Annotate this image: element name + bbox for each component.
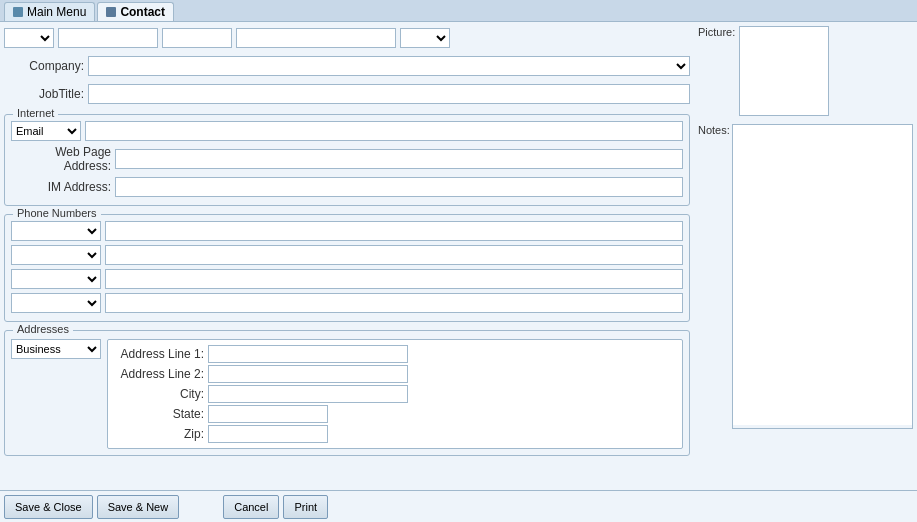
phone-input-3[interactable] [105, 269, 683, 289]
webpage-input[interactable] [115, 149, 683, 169]
addr-zip-label: Zip: [114, 427, 204, 441]
webpage-label: Web Page Address: [11, 145, 111, 173]
picture-area: Picture: [698, 26, 913, 116]
jobtitle-label: JobTitle: [4, 87, 84, 101]
im-row: IM Address: [11, 175, 683, 199]
company-select[interactable] [88, 56, 690, 76]
addr-fields: Address Line 1: Address Line 2: City: [107, 339, 683, 449]
addr-line1-row: Address Line 1: [114, 344, 676, 364]
phone-section: Phone Numbers BusinessHomeMobileFax Busi… [4, 214, 690, 322]
notes-container: Notes: [698, 124, 913, 486]
suffix-select[interactable]: Jr. Sr. II III [400, 28, 450, 48]
internet-section: Internet Email Email 2 Email 3 Web Page … [4, 114, 690, 206]
phone-title: Phone Numbers [13, 207, 101, 219]
phone-type-3[interactable]: BusinessHomeMobileFax [11, 269, 101, 289]
addr-state-input[interactable] [208, 405, 328, 423]
addr-city-input[interactable] [208, 385, 408, 403]
addr-line2-row: Address Line 2: [114, 364, 676, 384]
phone-type-4[interactable]: BusinessHomeMobileFax [11, 293, 101, 313]
jobtitle-row: JobTitle: [4, 82, 690, 106]
tab-main-menu[interactable]: Main Menu [4, 2, 95, 21]
addr-line1-input[interactable] [208, 345, 408, 363]
print-button[interactable]: Print [283, 495, 328, 519]
form-area: Mr. Mrs. Ms. Dr. Jr. Sr. II III Com [0, 22, 917, 522]
addr-city-row: City: [114, 384, 676, 404]
im-input[interactable] [115, 177, 683, 197]
addr-layout: Business Home Other Address Line 1: Addr… [11, 335, 683, 449]
addr-state-row: State: [114, 404, 676, 424]
phone-row-2: BusinessHomeMobileFax [11, 243, 683, 267]
addr-line2-input[interactable] [208, 365, 408, 383]
phone-type-1[interactable]: BusinessHomeMobileFax [11, 221, 101, 241]
salutation-select[interactable]: Mr. Mrs. Ms. Dr. [4, 28, 54, 48]
phone-input-4[interactable] [105, 293, 683, 313]
tab-contact[interactable]: Contact [97, 2, 174, 21]
email-row: Email Email 2 Email 3 [11, 119, 683, 143]
cancel-button[interactable]: Cancel [223, 495, 279, 519]
internet-title: Internet [13, 107, 58, 119]
grid-icon [13, 7, 23, 17]
phone-row-4: BusinessHomeMobileFax [11, 291, 683, 315]
company-row: Company: [4, 54, 690, 78]
phone-row-3: BusinessHomeMobileFax [11, 267, 683, 291]
addr-city-label: City: [114, 387, 204, 401]
notes-border [732, 124, 913, 429]
webpage-row: Web Page Address: [11, 143, 683, 175]
tab-main-menu-label: Main Menu [27, 5, 86, 19]
phone-input-1[interactable] [105, 221, 683, 241]
tab-contact-label: Contact [120, 5, 165, 19]
tabs-bar: Main Menu Contact [0, 0, 917, 22]
company-label: Company: [4, 59, 84, 73]
addr-type-col: Business Home Other [11, 339, 101, 449]
phone-type-2[interactable]: BusinessHomeMobileFax [11, 245, 101, 265]
addresses-title: Addresses [13, 323, 73, 335]
email-input[interactable] [85, 121, 683, 141]
email-type-select[interactable]: Email Email 2 Email 3 [11, 121, 81, 141]
left-panel: Mr. Mrs. Ms. Dr. Jr. Sr. II III Com [4, 26, 690, 486]
save-close-button[interactable]: Save & Close [4, 495, 93, 519]
addr-zip-row: Zip: [114, 424, 676, 444]
name-row: Mr. Mrs. Ms. Dr. Jr. Sr. II III [4, 26, 690, 50]
addr-state-label: State: [114, 407, 204, 421]
picture-box [739, 26, 829, 116]
right-panel: Picture: Notes: [698, 26, 913, 486]
middle-name-input[interactable] [162, 28, 232, 48]
picture-label: Picture: [698, 26, 735, 116]
jobtitle-input[interactable] [88, 84, 690, 104]
first-name-input[interactable] [58, 28, 158, 48]
bottom-bar: Save & Close Save & New Cancel Print [0, 490, 917, 522]
addr-type-select[interactable]: Business Home Other [11, 339, 101, 359]
addresses-section: Addresses Business Home Other Address Li… [4, 330, 690, 456]
contact-icon [106, 7, 116, 17]
notes-textarea[interactable] [733, 125, 912, 425]
im-label: IM Address: [11, 180, 111, 194]
last-name-input[interactable] [236, 28, 396, 48]
phone-row-1: BusinessHomeMobileFax [11, 219, 683, 243]
save-new-button[interactable]: Save & New [97, 495, 180, 519]
notes-label: Notes: [698, 124, 730, 136]
phone-input-2[interactable] [105, 245, 683, 265]
addr-line1-label: Address Line 1: [114, 347, 204, 361]
addr-line2-label: Address Line 2: [114, 367, 204, 381]
notes-area: Notes: [698, 124, 913, 486]
page-wrapper: Main Menu Contact Mr. Mrs. Ms. Dr. [0, 0, 917, 522]
addr-zip-input[interactable] [208, 425, 328, 443]
